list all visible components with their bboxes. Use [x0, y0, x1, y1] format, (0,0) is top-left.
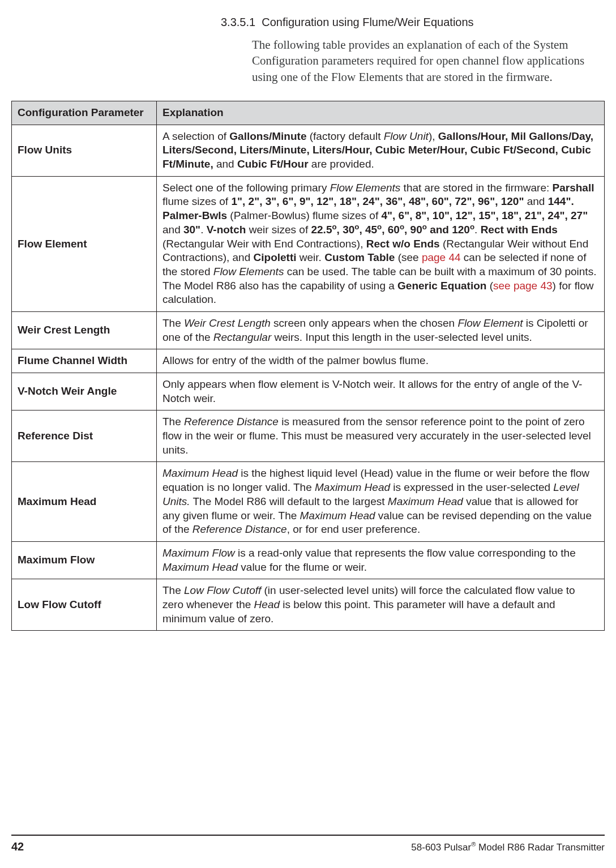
- doc-reference: 58-603 Pulsar® Model R86 Radar Transmitt…: [411, 842, 605, 853]
- param-explanation: Select one of the following primary Flow…: [157, 176, 605, 311]
- table-row: Flume Channel WidthAllows for entry of t…: [12, 349, 605, 373]
- section-heading: 3.3.5.1 Configuration using Flume/Weir E…: [221, 16, 605, 29]
- param-explanation: Maximum Flow is a read-only value that r…: [157, 541, 605, 579]
- param-name: Flow Element: [12, 176, 157, 311]
- table-row: Maximum FlowMaximum Flow is a read-only …: [12, 541, 605, 579]
- param-name: Flow Units: [12, 125, 157, 176]
- param-name: Maximum Head: [12, 462, 157, 541]
- table-row: Low Flow CutoffThe Low Flow Cutoff (in u…: [12, 579, 605, 631]
- param-name: Maximum Flow: [12, 541, 157, 579]
- param-explanation: Allows for entry of the width of the pal…: [157, 349, 605, 373]
- table-row: Reference DistThe Reference Distance is …: [12, 411, 605, 462]
- page-number: 42: [11, 840, 24, 853]
- table-header-param: Configuration Parameter: [12, 101, 157, 125]
- configuration-table: Configuration Parameter Explanation Flow…: [11, 101, 605, 631]
- param-explanation: Maximum Head is the highest liquid level…: [157, 462, 605, 541]
- section-title: Configuration using Flume/Weir Equations: [262, 16, 473, 28]
- section-number: 3.3.5.1: [221, 16, 255, 28]
- param-name: Low Flow Cutoff: [12, 579, 157, 631]
- param-name: Flume Channel Width: [12, 349, 157, 373]
- table-row: Weir Crest LengthThe Weir Crest Length s…: [12, 311, 605, 349]
- table-row: Flow UnitsA selection of Gallons/Minute …: [12, 125, 605, 176]
- table-header-explanation: Explanation: [157, 101, 605, 125]
- param-name: Reference Dist: [12, 411, 157, 462]
- param-explanation: Only appears when flow element is V-Notc…: [157, 373, 605, 411]
- param-explanation: The Reference Distance is measured from …: [157, 411, 605, 462]
- table-row: V-Notch Weir AngleOnly appears when flow…: [12, 373, 605, 411]
- param-explanation: The Low Flow Cutoff (in user-selected le…: [157, 579, 605, 631]
- param-explanation: The Weir Crest Length screen only appear…: [157, 311, 605, 349]
- param-name: V-Notch Weir Angle: [12, 373, 157, 411]
- param-explanation: A selection of Gallons/Minute (factory d…: [157, 125, 605, 176]
- table-row: Flow ElementSelect one of the following …: [12, 176, 605, 311]
- table-row: Maximum HeadMaximum Head is the highest …: [12, 462, 605, 541]
- param-name: Weir Crest Length: [12, 311, 157, 349]
- page-footer: 42 58-603 Pulsar® Model R86 Radar Transm…: [11, 835, 605, 853]
- section-intro: The following table provides an explanat…: [252, 37, 601, 85]
